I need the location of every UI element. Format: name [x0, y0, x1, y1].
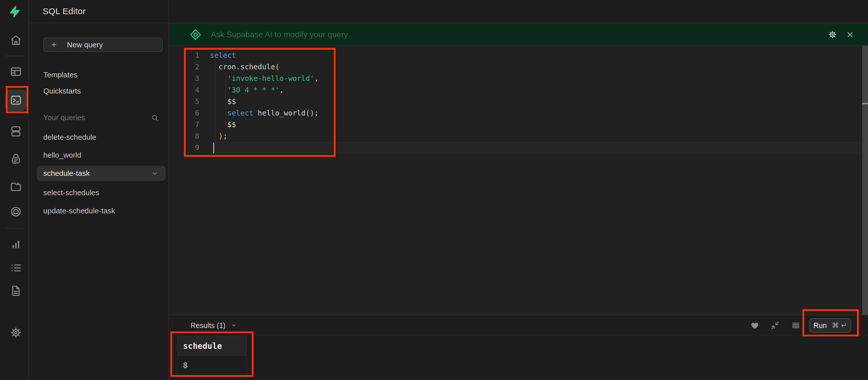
line-number: 1: [169, 50, 199, 61]
supabase-logo[interactable]: [8, 5, 21, 18]
rail-divider: [5, 228, 24, 229]
editor-scrollbar[interactable]: [862, 45, 868, 315]
query-item[interactable]: select-schedules: [43, 188, 99, 197]
code-text: $$: [210, 119, 236, 130]
new-query-label: New query: [67, 40, 103, 50]
chevron-down-icon: [231, 322, 237, 328]
line-number: 2: [169, 61, 199, 73]
code-line[interactable]: 5 $$: [169, 96, 868, 107]
sidebar-item-quickstarts[interactable]: Quickstarts: [43, 87, 81, 96]
code-line[interactable]: 7 $$: [169, 119, 868, 130]
line-number: 5: [169, 96, 199, 107]
sql-editor-icon[interactable]: [9, 94, 22, 106]
sidebar-item-templates[interactable]: Templates: [43, 70, 78, 80]
auth-lock-icon[interactable]: [9, 153, 22, 165]
reports-chart-icon[interactable]: [9, 238, 22, 250]
ai-diamond-icon: [189, 28, 202, 41]
sql-editor-sidebar: SQL Editor New query Templates Quickstar…: [29, 0, 169, 380]
home-icon[interactable]: [9, 34, 22, 46]
app-window: SQL Editor New query Templates Quickstar…: [0, 0, 868, 380]
main-panel: Ask Supabase AI to modify your query 1se…: [169, 0, 868, 380]
code-line[interactable]: 2 cron.schedule(: [169, 61, 868, 73]
code-line[interactable]: 8 );: [169, 130, 868, 142]
query-item[interactable]: update-schedule-task: [43, 207, 115, 215]
line-number: 3: [169, 73, 199, 84]
query-item-label: schedule-task: [43, 169, 90, 178]
api-docs-icon[interactable]: [9, 284, 22, 297]
your-queries-label: Your queries: [43, 113, 85, 122]
query-item-selected[interactable]: schedule-task: [37, 166, 166, 181]
code-line[interactable]: 3 'invoke-hello-world',: [169, 73, 868, 84]
close-icon[interactable]: [846, 30, 855, 39]
new-query-button[interactable]: New query: [43, 37, 162, 52]
results-count-label: Results (1): [191, 321, 225, 330]
edge-functions-icon[interactable]: [9, 205, 22, 218]
sidebar-header: SQL Editor: [29, 0, 168, 23]
ai-input-placeholder[interactable]: Ask Supabase AI to modify your query: [211, 30, 828, 39]
query-item[interactable]: delete-schedule: [43, 133, 96, 142]
code-text: '30 4 * * *',: [210, 84, 284, 96]
results-cell[interactable]: 8: [177, 356, 247, 376]
code-text: $$: [210, 96, 236, 107]
code-line[interactable]: 4 '30 4 * * *',: [169, 84, 868, 96]
settings-gear-icon[interactable]: [9, 326, 22, 339]
plus-icon: [50, 41, 58, 49]
run-label: Run: [813, 321, 827, 330]
run-button[interactable]: Run ⌘ ↵: [809, 318, 851, 332]
scrollbar-thumb-edge: [862, 103, 868, 104]
database-icon[interactable]: [9, 125, 22, 138]
table-editor-icon[interactable]: [9, 65, 22, 78]
code-text: select: [210, 50, 236, 61]
code-text: 'invoke-hello-world',: [210, 73, 318, 84]
code-text: cron.schedule(: [210, 61, 280, 73]
sql-code-editor[interactable]: 1select2 cron.schedule(3 'invoke-hello-w…: [169, 45, 868, 315]
line-number: 9: [169, 142, 199, 154]
rail-divider: [5, 117, 24, 118]
gear-icon[interactable]: [828, 30, 837, 39]
favorite-heart-icon[interactable]: [750, 321, 760, 330]
text-cursor: [213, 142, 214, 153]
your-queries-header: Your queries: [43, 113, 159, 122]
results-toolbar: Results (1) Run ⌘ ↵: [169, 315, 868, 336]
line-number: 8: [169, 130, 199, 142]
code-line[interactable]: 9: [169, 142, 868, 154]
rail-divider: [5, 56, 24, 56]
main-header: [169, 0, 868, 23]
code-line[interactable]: 6 select hello_world();: [169, 107, 868, 119]
results-panel: schedule 8: [169, 336, 868, 380]
logs-list-icon[interactable]: [9, 262, 22, 274]
code-text: );: [210, 130, 227, 142]
line-number: 4: [169, 84, 199, 96]
code-text: select hello_world();: [210, 107, 318, 119]
line-number: 7: [169, 119, 199, 130]
nav-rail: [0, 0, 29, 380]
search-icon[interactable]: [151, 114, 159, 122]
storage-folder-icon[interactable]: [9, 180, 22, 193]
code-line[interactable]: 1select: [169, 50, 868, 61]
chevron-down-icon[interactable]: [151, 170, 158, 177]
ai-assistant-bar[interactable]: Ask Supabase AI to modify your query: [169, 24, 868, 45]
format-sql-icon[interactable]: [791, 321, 800, 330]
run-shortcut: ⌘ ↵: [832, 321, 847, 329]
line-number: 6: [169, 107, 199, 119]
results-dropdown[interactable]: Results (1): [191, 321, 237, 330]
page-title: SQL Editor: [43, 6, 86, 16]
collapse-panel-icon[interactable]: [770, 321, 780, 330]
query-item[interactable]: hello_world: [43, 151, 82, 160]
results-column-header[interactable]: schedule: [177, 336, 247, 356]
